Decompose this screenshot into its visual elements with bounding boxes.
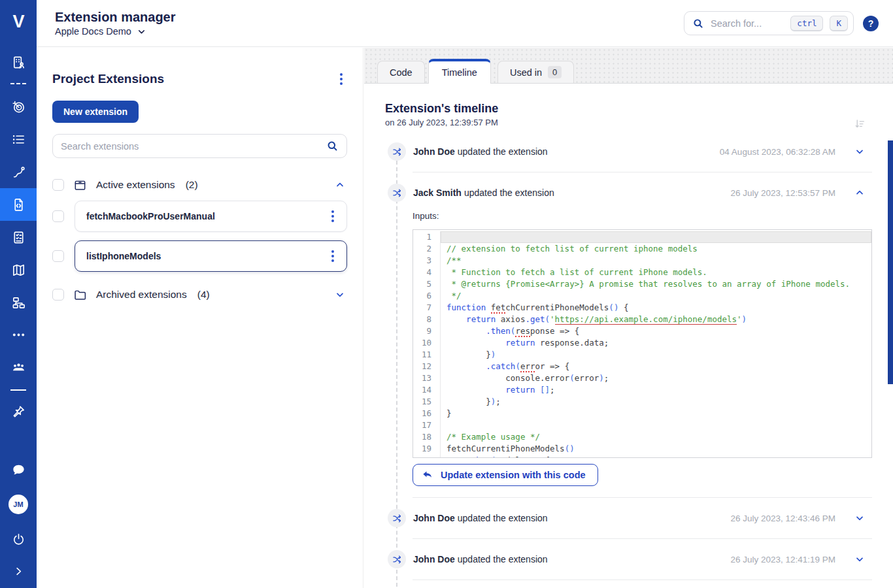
tab-code[interactable]: Code (377, 61, 425, 83)
sort-icon[interactable] (854, 118, 866, 133)
chat-icon[interactable] (0, 455, 37, 484)
code-editor[interactable]: 12// extension to fetch list of current … (413, 229, 872, 458)
list-icon[interactable] (0, 125, 37, 154)
extensions-search[interactable] (52, 134, 347, 158)
global-search[interactable]: ctrl K (684, 11, 854, 35)
sidebar-divider (10, 389, 26, 391)
group-archived-extensions[interactable]: Archived extensions (4) (52, 287, 347, 302)
global-search-input[interactable] (711, 18, 784, 29)
code-line: 3/** (413, 255, 871, 267)
entry-text: John Doeupdated the extension (413, 554, 548, 564)
timeline-entries: John Doeupdated the extension 04 August … (385, 140, 893, 580)
organization-icon[interactable] (0, 48, 37, 76)
extension-checkbox[interactable] (52, 210, 64, 222)
extension-card-fetchMacbookProUserManual[interactable]: fetchMacbookProUserManual (75, 201, 347, 232)
shuffle-icon (388, 142, 406, 161)
sidebar-divider-dashed (10, 83, 26, 84)
code-line: 1 (413, 231, 871, 243)
shuffle-icon (388, 509, 406, 527)
entry-date: 26 July 2023, 12:43:46 PM (730, 514, 835, 523)
entry-divider (413, 580, 872, 580)
panel-menu-kebab-icon[interactable] (335, 71, 347, 87)
expand-sidebar-icon[interactable] (0, 557, 37, 585)
team-icon[interactable] (0, 353, 37, 382)
tab-timeline[interactable]: Timeline (428, 59, 491, 84)
timeline-title: Extension's timeline (385, 101, 893, 116)
code-line: 7function fetchCurrentiPhoneModels() { (413, 302, 871, 314)
user-avatar[interactable]: JM (8, 495, 28, 514)
tab-bar: Code Timeline Used in 0 (364, 48, 893, 84)
extension-kebab-icon[interactable] (327, 208, 339, 224)
entry-text: John Doeupdated the extension (413, 513, 548, 523)
code-line: 8 return axios.get('https://api.example.… (413, 314, 871, 325)
power-icon[interactable] (0, 525, 37, 553)
timeline-entry-expanded: Jack Smithupdated the extension 26 July … (385, 181, 893, 204)
extension-card-listIphoneModels[interactable]: listIphoneModels (75, 240, 347, 272)
tab-used-in[interactable]: Used in 0 (497, 61, 574, 83)
chevron-down-icon[interactable] (852, 552, 867, 566)
extension-checkbox[interactable] (52, 250, 64, 262)
timeline-panel: Extension's timeline on 26 July 2023, 12… (364, 84, 893, 588)
shuffle-icon (388, 184, 406, 202)
header-titles: Extension manager Apple Docs Demo (55, 10, 176, 37)
chevron-down-icon[interactable] (333, 287, 347, 302)
scrollbar-thumb[interactable] (888, 140, 893, 384)
app-title: Extension manager (55, 10, 176, 24)
code-line: 11 }) (413, 349, 871, 361)
code-file-icon[interactable] (0, 188, 37, 221)
app-sidebar: V JM (0, 0, 37, 588)
group-checkbox[interactable] (52, 289, 64, 301)
checklist-icon[interactable] (0, 223, 37, 252)
avatar-initials: JM (13, 500, 23, 508)
extensions-panel: Project Extensions New extension Active … (37, 48, 363, 588)
extension-row: fetchMacbookProUserManual (52, 201, 347, 232)
group-label: Archived extensions (96, 289, 187, 301)
group-count: (4) (197, 289, 210, 301)
code-editor-lines: 12// extension to fetch list of current … (413, 231, 871, 458)
new-extension-button[interactable]: New extension (52, 101, 139, 123)
group-active-extensions[interactable]: Active extensions (2) (52, 178, 347, 192)
entry-divider (413, 538, 872, 539)
group-count: (2) (186, 179, 198, 191)
code-line: 18/* Example usage */ (413, 431, 871, 443)
code-line: 19fetchCurrentiPhoneModels() (413, 443, 871, 455)
journey-icon[interactable] (0, 157, 37, 186)
timeline-subtitle: on 26 July 2023, 12:39:57 PM (385, 118, 893, 128)
project-selector[interactable]: Apple Docs Demo (55, 26, 176, 37)
entry-date: 26 July 2023, 12:53:57 PM (730, 188, 835, 198)
help-button[interactable]: ? (863, 16, 879, 31)
timeline-entry: John Doeupdated the extension 26 July 20… (385, 547, 893, 571)
code-line: 4 * Function to fetch a list of current … (413, 267, 871, 278)
code-line: 10 return response.data; (413, 337, 871, 349)
pin-icon[interactable] (0, 397, 37, 426)
code-line: 15 }); (413, 396, 871, 408)
search-icon[interactable] (326, 140, 339, 152)
update-extension-button[interactable]: Update extension with this code (413, 464, 598, 486)
entry-text: John Doeupdated the extension (413, 146, 548, 157)
map-icon[interactable] (0, 255, 37, 284)
timeline-entry: John Doeupdated the extension 26 July 20… (385, 506, 893, 530)
shuffle-icon (388, 550, 406, 568)
chevron-up-icon[interactable] (333, 178, 347, 192)
brand-logo-letter: V (12, 12, 24, 32)
chevron-down-icon (137, 27, 146, 37)
entry-text: Jack Smithupdated the extension (413, 188, 554, 198)
chevron-up-icon[interactable] (852, 186, 867, 200)
extension-kebab-icon[interactable] (327, 248, 339, 264)
more-icon[interactable] (0, 320, 37, 349)
workflow-icon[interactable] (0, 288, 37, 317)
group-checkbox[interactable] (52, 179, 64, 191)
code-line: 6 */ (413, 290, 871, 302)
entry-date: 04 August 2023, 06:32:28 AM (720, 147, 835, 157)
main-area: Code Timeline Used in 0 Extension's time… (364, 48, 893, 588)
code-line: 12 .catch(error => { (413, 361, 871, 372)
archive-box-icon (73, 178, 87, 192)
chevron-down-icon[interactable] (852, 144, 867, 159)
extension-name: listIphoneModels (86, 251, 327, 261)
code-line: 2// extension to fetch list of current i… (413, 243, 871, 255)
used-in-count-badge: 0 (548, 66, 562, 78)
code-line: 9 .then(response => { (413, 325, 871, 337)
extensions-search-input[interactable] (61, 141, 326, 152)
target-icon[interactable] (0, 92, 37, 121)
chevron-down-icon[interactable] (852, 511, 867, 525)
